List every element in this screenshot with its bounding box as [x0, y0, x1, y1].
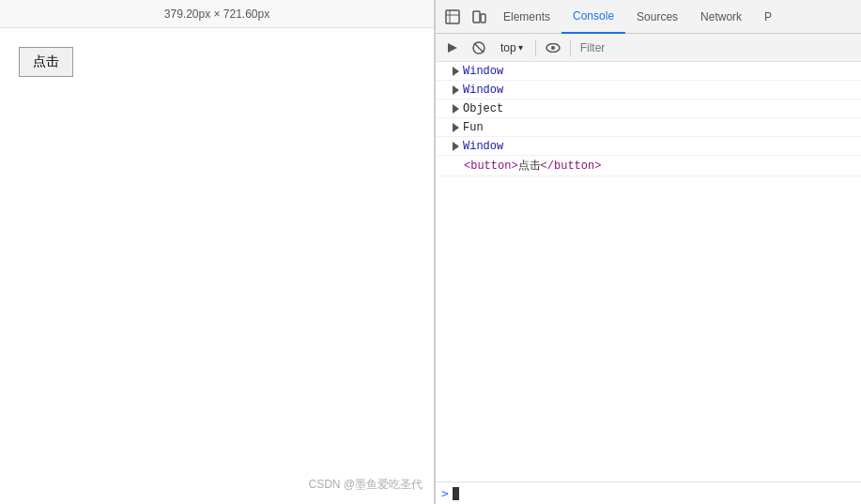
console-row-window3[interactable]: Window [436, 137, 861, 156]
svg-rect-3 [473, 11, 480, 23]
play-icon [446, 41, 459, 54]
console-toolbar: top ▾ [436, 34, 861, 62]
html-open-tag: <button> [464, 160, 518, 173]
stop-btn[interactable] [468, 37, 490, 59]
console-output: Window Window Object Fun Window <button>… [436, 62, 861, 481]
expand-icon-window1[interactable] [453, 67, 459, 76]
tabs-list: Elements Console Sources Network P [492, 0, 857, 33]
html-button-text: 点击 [518, 160, 541, 173]
devtools-panel: Elements Console Sources Network P [435, 0, 861, 504]
tab-elements[interactable]: Elements [492, 0, 561, 34]
stop-icon [472, 41, 485, 54]
divider2 [570, 39, 571, 56]
console-input-row[interactable]: > [436, 481, 861, 504]
inspect-icon-btn[interactable] [439, 4, 466, 30]
console-text-object1: Object [463, 102, 503, 115]
console-text-window2: Window [463, 84, 503, 97]
devtools-tabs-bar: Elements Console Sources Network P [436, 0, 861, 34]
expand-icon-object1[interactable] [453, 104, 459, 114]
dimension-bar: 379.20px × 721.60px [0, 0, 434, 28]
expand-icon-window3[interactable] [453, 142, 459, 151]
svg-line-7 [474, 43, 484, 53]
click-button[interactable]: 点击 [19, 47, 73, 77]
chevron-down-icon: ▾ [518, 42, 523, 53]
inspect-icon [445, 9, 460, 24]
top-selector[interactable]: top ▾ [494, 38, 530, 57]
eye-btn[interactable] [542, 37, 564, 59]
html-output: <button>点击</button> [464, 158, 601, 174]
console-cursor [453, 487, 459, 500]
top-label: top [500, 41, 516, 54]
dimension-text: 379.20px × 721.60px [164, 8, 269, 21]
console-row-fun1[interactable]: Fun [436, 118, 861, 137]
svg-rect-4 [481, 14, 485, 23]
tab-more[interactable]: P [753, 0, 783, 34]
console-row-window1[interactable]: Window [436, 62, 861, 81]
tab-sources[interactable]: Sources [625, 0, 689, 34]
tab-console[interactable]: Console [561, 0, 625, 34]
prompt-chevron: > [441, 486, 449, 500]
console-text-fun1: Fun [463, 121, 484, 134]
expand-icon-window2[interactable] [453, 85, 459, 95]
divider [535, 39, 536, 56]
eye-icon [546, 43, 561, 53]
device-toggle-btn[interactable] [466, 4, 492, 30]
console-row-button-html[interactable]: <button>点击</button> [436, 156, 861, 176]
filter-input[interactable] [577, 38, 855, 58]
svg-point-9 [551, 46, 555, 50]
svg-marker-5 [448, 43, 457, 53]
tab-network[interactable]: Network [689, 0, 753, 34]
page-content: 点击 [0, 28, 434, 96]
watermark: CSDN @墨鱼爱吃圣代 [308, 477, 423, 493]
console-row-object1[interactable]: Object [436, 99, 861, 118]
svg-rect-0 [446, 10, 459, 23]
play-btn[interactable] [441, 37, 464, 59]
expand-icon-fun1[interactable] [453, 123, 459, 132]
console-row-window2[interactable]: Window [436, 81, 861, 99]
console-text-window1: Window [463, 65, 503, 78]
left-panel: 379.20px × 721.60px 点击 CSDN @墨鱼爱吃圣代 [0, 0, 435, 504]
console-text-window3: Window [463, 140, 503, 153]
device-icon [471, 9, 486, 24]
html-close-tag: </button> [541, 160, 602, 173]
